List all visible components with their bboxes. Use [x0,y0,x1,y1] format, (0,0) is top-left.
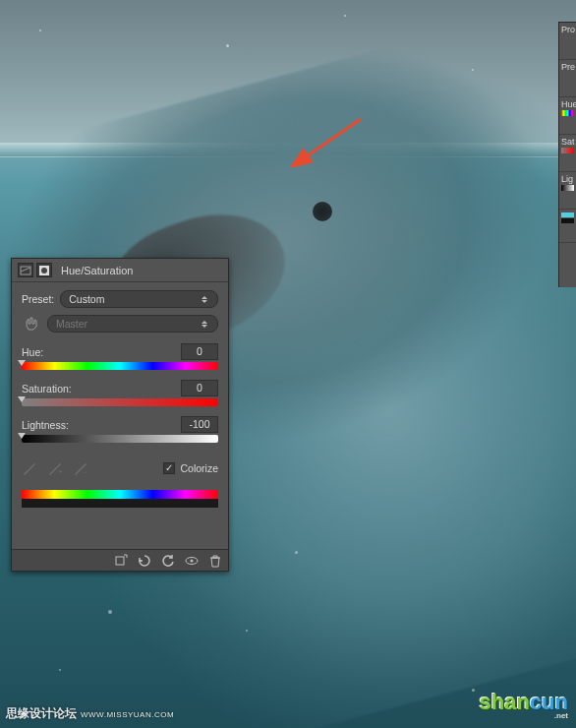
mini-sat-label: Sat [559,135,576,172]
lightness-handle[interactable] [18,433,26,439]
panel-header[interactable]: Hue/Saturation [12,259,228,282]
bubble [472,689,475,692]
lightness-slider[interactable] [22,435,218,443]
colorize-label: Colorize [180,462,218,474]
adjustment-layer-icon [18,263,33,277]
watermark-right-1: shan [480,690,530,714]
channel-value: Master [56,318,87,330]
reset-icon[interactable] [161,554,175,568]
hue-slider[interactable] [22,362,218,370]
bubble [59,669,61,671]
channel-select[interactable]: Master [47,315,218,333]
properties-tab[interactable]: Pro [559,23,576,60]
bubble [295,551,298,554]
bubble [108,610,112,614]
star [39,30,41,31]
saturation-label: Saturation: [22,383,72,394]
mini-hue-label: Hue [559,97,576,135]
hue-saturation-panel: Hue/Saturation Preset: Custom Master Hue… [11,258,229,572]
star [226,44,229,47]
svg-text:+: + [58,467,63,476]
saturation-handle[interactable] [18,396,26,402]
previous-state-icon[interactable] [138,554,151,568]
mini-lig-label: Lig [559,172,576,210]
saturation-slider[interactable] [22,398,218,406]
watermark-left: 思缘设计论坛 WWW.MISSYUAN.COM [6,705,174,722]
watermark-right: shancun .net [480,690,568,720]
watermark-left-main: 思缘设计论坛 [6,705,77,722]
watermark-left-sub: WWW.MISSYUAN.COM [81,710,174,719]
trash-icon[interactable] [208,554,222,568]
preset-tab[interactable]: Pre [559,60,576,97]
select-arrows-icon [200,296,209,303]
preset-select[interactable]: Custom [60,290,218,308]
color-result-strip [22,490,218,508]
result-hue-bar [22,490,218,499]
svg-point-8 [191,559,194,562]
svg-line-0 [304,119,361,158]
svg-rect-6 [116,557,124,565]
svg-point-3 [41,268,47,273]
panel-title: Hue/Saturation [61,265,133,276]
mini-result [559,210,576,243]
panel-body: Preset: Custom Master Hue: 0 [12,282,228,521]
saturation-input[interactable]: 0 [181,380,218,396]
preset-label: Preset: [22,293,54,305]
bubble [246,630,248,632]
annotation-arrow [290,113,369,167]
hue-input[interactable]: 0 [181,343,218,360]
eyedropper-icon[interactable] [22,460,37,476]
colorize-checkbox[interactable] [163,462,175,474]
visibility-icon[interactable] [185,554,199,568]
mask-icon [36,263,52,277]
preset-value: Custom [69,293,104,305]
eyedropper-add-icon[interactable]: + [47,460,63,476]
shark-eye [313,202,332,221]
select-arrows-icon [200,321,209,328]
svg-text:-: - [84,467,86,476]
hue-handle[interactable] [18,360,26,366]
panel-footer [12,549,228,571]
lightness-label: Lightness: [22,419,69,431]
star [344,15,346,17]
lightness-input[interactable]: -100 [181,416,218,433]
result-output-bar [22,499,218,508]
clip-to-layer-icon[interactable] [114,554,128,568]
targeted-adjustment-icon[interactable] [22,314,41,334]
eyedropper-subtract-icon[interactable]: - [73,460,88,476]
right-docked-panels: Pro Pre Hue Sat Lig [558,22,576,287]
hue-label: Hue: [22,346,43,358]
